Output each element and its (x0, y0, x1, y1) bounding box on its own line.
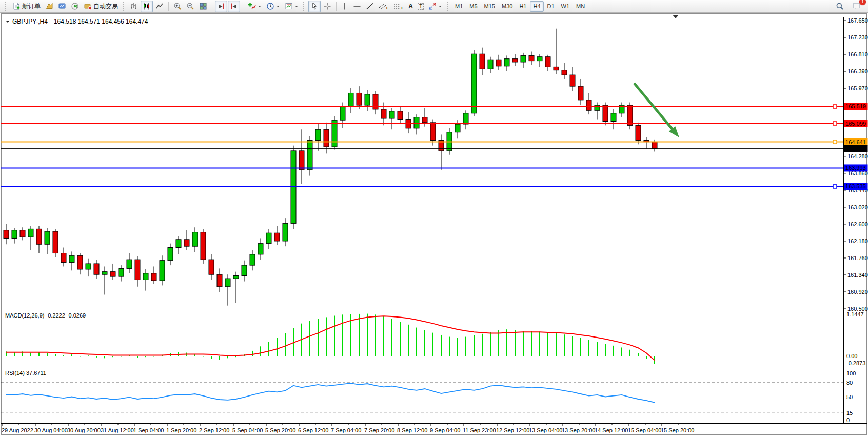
candlestick-chart-button[interactable] (141, 1, 153, 12)
macd-bar (260, 346, 261, 356)
macd-bar (400, 322, 401, 356)
candle-body (586, 100, 591, 110)
chevron-down-icon (258, 6, 261, 9)
timeframe-m5-button[interactable]: M5 (466, 1, 480, 12)
trendline-tool-button[interactable] (364, 1, 376, 12)
candle-body (135, 260, 140, 280)
toolbar-separator (243, 2, 243, 11)
candle-body (77, 255, 83, 269)
candle-body (151, 273, 156, 281)
timeframe-m1-button[interactable]: M1 (452, 1, 466, 12)
toolbar: 新订单 自动交易 (0, 0, 868, 13)
line-drag-handle[interactable] (833, 185, 837, 188)
candle-body (233, 276, 239, 279)
auto-trading-label: 自动交易 (93, 2, 118, 11)
periods-button[interactable] (264, 1, 282, 12)
time-axis-label: 31 Aug 12:00 (101, 427, 134, 433)
macd-bar (80, 356, 81, 356)
line-drag-handle[interactable] (833, 140, 837, 144)
macd-bar (104, 356, 105, 358)
search-button[interactable] (834, 1, 846, 12)
line-chart-button[interactable] (153, 1, 166, 12)
macd-bar (367, 314, 368, 356)
candle-body (127, 260, 132, 268)
charts-button[interactable] (43, 1, 55, 12)
macd-axis-label: -0.2873 (846, 360, 865, 366)
price-tag-label: 165.099 (845, 121, 866, 127)
candle-body (570, 75, 575, 86)
tile-windows-button[interactable] (197, 1, 209, 12)
auto-trading-button[interactable]: 自动交易 (82, 1, 120, 12)
candle-body (389, 111, 394, 118)
cursor-button[interactable] (308, 1, 321, 12)
timeframe-label: H4 (533, 3, 540, 9)
rsi-axis-label: 80 (846, 380, 853, 386)
macd-bar (564, 334, 565, 356)
candle-body (307, 140, 312, 169)
macd-bar (252, 351, 253, 356)
chat-button[interactable]: 1 (850, 1, 863, 12)
indicators-button[interactable] (246, 1, 264, 12)
channel-tool-button[interactable]: E (377, 1, 391, 12)
text-tool-button[interactable]: A (406, 1, 415, 12)
text-tool-icon: A (408, 3, 413, 10)
chart-shift-icon (230, 2, 238, 10)
timeframe-m30-button[interactable]: M30 (499, 1, 516, 12)
macd-bar (416, 328, 417, 356)
macd-bar (580, 338, 581, 356)
chart-shift-button[interactable] (228, 1, 240, 12)
candle-body (20, 230, 25, 237)
new-order-button[interactable]: 新订单 (10, 1, 43, 12)
timeframe-d1-button[interactable]: D1 (544, 1, 558, 12)
price-axis-label: 162.600 (847, 221, 868, 227)
macd-bar (383, 316, 384, 356)
timeframe-m15-button[interactable]: M15 (481, 1, 498, 12)
vertical-line-tool-button[interactable] (339, 1, 350, 12)
chart-window[interactable] (1, 13, 867, 435)
zoom-out-button[interactable] (184, 1, 196, 12)
bar-chart-button[interactable] (128, 1, 140, 12)
arrows-tool-button[interactable] (426, 1, 444, 12)
price-axis-label: 166.810 (847, 51, 868, 57)
line-drag-handle[interactable] (833, 122, 837, 125)
auto-scroll-button[interactable] (215, 1, 227, 12)
chart-canvas[interactable]: 167.650167.230166.810166.390165.970164.2… (0, 0, 868, 436)
toolbar-grip (303, 2, 306, 11)
label-tool-button[interactable]: T (416, 1, 426, 12)
crosshair-button[interactable] (321, 1, 333, 12)
candle-body (562, 70, 567, 75)
candle-body (488, 60, 493, 69)
macd-bar (408, 325, 409, 356)
templates-button[interactable] (283, 1, 301, 12)
signals-button[interactable] (69, 1, 81, 12)
line-chart-icon (155, 2, 164, 10)
macd-bar (235, 356, 236, 357)
candle-body (209, 260, 214, 274)
macd-bar (432, 333, 433, 356)
candle-body (299, 151, 304, 170)
toolbar-separator (336, 2, 337, 11)
macd-bar (441, 335, 442, 356)
zoom-in-button[interactable] (171, 1, 184, 12)
macd-bar (55, 354, 56, 356)
toolbar-separator (168, 2, 169, 11)
candle-body (455, 124, 460, 132)
price-axis-label: 167.230 (847, 34, 868, 41)
chart-menu-caret-icon[interactable] (6, 21, 10, 25)
macd-bar (539, 331, 540, 356)
candle-body (545, 57, 550, 67)
horizontal-line-tool-button[interactable] (351, 1, 363, 12)
candle-body (176, 240, 181, 248)
auto-trading-icon (84, 2, 92, 10)
timeframe-w1-button[interactable]: W1 (558, 1, 573, 12)
market-watch-button[interactable] (56, 1, 68, 12)
timeframe-h1-button[interactable]: H1 (516, 1, 529, 12)
timeframe-mn-button[interactable]: MN (573, 1, 588, 12)
candle-body (504, 59, 509, 66)
line-drag-handle[interactable] (833, 105, 837, 108)
timeframe-h4-button[interactable]: H4 (530, 1, 543, 12)
macd-bar (277, 338, 278, 356)
fibonacci-tool-button[interactable]: F (391, 1, 406, 12)
price-tag-label: 165.519 (845, 103, 866, 109)
crosshair-icon (323, 2, 331, 10)
